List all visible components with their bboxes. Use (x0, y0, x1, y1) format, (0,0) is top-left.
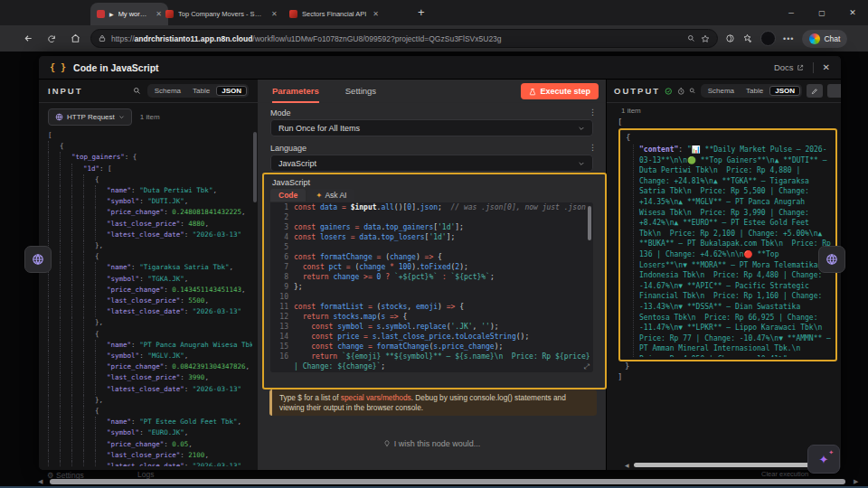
execute-step-button[interactable]: Execute step (521, 83, 599, 99)
sparkle-icon-small: ✦ (828, 449, 834, 456)
page-horizontal-scrollbar[interactable] (50, 479, 845, 484)
modal-close-icon[interactable]: ✕ (823, 62, 830, 72)
output-title: OUTPUT (614, 86, 660, 96)
tab-settings[interactable]: Settings (345, 86, 376, 96)
input-source-node-select[interactable]: HTTP Request (48, 108, 132, 126)
chevron-down-icon (578, 160, 585, 167)
json-line: "latest_close_date": "2026-03-13" (48, 384, 252, 395)
code-line: 16 return `${emoji} **${symbol}** — ${s.… (270, 352, 593, 371)
input-tab-table[interactable]: Table (187, 86, 215, 96)
output-tab-table[interactable]: Table (741, 86, 769, 96)
json-line: { (48, 406, 252, 417)
home-icon[interactable] (63, 33, 87, 43)
json-line: "last_close_price": 3990, (48, 372, 252, 383)
tab-close-icon[interactable]: ✕ (271, 10, 278, 18)
ai-assistant-button[interactable]: ✦ ✦ (807, 445, 840, 474)
json-line: "latest_close_date": "2026-03-13" (48, 306, 252, 317)
input-scrollbar[interactable] (253, 132, 257, 202)
code-editor-tabs: Code ✦Ask AI (270, 189, 354, 202)
refresh-icon[interactable] (40, 34, 63, 43)
tab-parameters[interactable]: Parameters (272, 80, 319, 103)
output-extra-button[interactable] (827, 84, 841, 98)
page-hscroll-right-arrow[interactable]: ▶ (854, 478, 858, 485)
browser-tab-workflow[interactable]: ▶ My workflow 3 - n8n ✕ (90, 3, 168, 25)
edit-output-button[interactable] (807, 84, 823, 98)
tab-title: My workflow 3 - n8n (118, 10, 150, 18)
json-line: "symbol": "DUTI.JK", (48, 196, 252, 207)
language-options-icon[interactable]: ⋮ (589, 143, 597, 152)
json-open-brace: { (626, 133, 630, 142)
json-line: }, (48, 395, 252, 406)
code-line: 6const formatChange = (change) => { (270, 252, 593, 262)
json-line: "name": "PT Panca Anugrah Wisesa Tbk", (48, 340, 252, 351)
copilot-chat-button[interactable]: Chat (802, 30, 847, 48)
browser-tab-sectors-movers[interactable]: Top Company Movers - Sectors Fi ✕ (159, 3, 291, 25)
collections-icon[interactable] (742, 33, 752, 43)
input-panel: INPUT Schema Table JSON HTTP Request 1 i… (39, 80, 259, 470)
execute-step-label: Execute step (540, 87, 590, 96)
input-connector-node[interactable] (24, 246, 52, 273)
json-line: }, (48, 240, 252, 251)
tab-close-icon[interactable]: ✕ (373, 10, 379, 18)
docs-link[interactable]: Docs (774, 62, 804, 72)
json-line: { (48, 251, 252, 262)
mode-options-icon[interactable]: ⋮ (589, 108, 597, 117)
json-line: "price_change": 0.143451143451143, (48, 285, 252, 296)
output-tab-json[interactable]: JSON (769, 86, 800, 96)
input-source-row: HTTP Request 1 item (48, 108, 160, 126)
output-horizontal-scrollbar[interactable] (634, 463, 815, 467)
more-menu-icon[interactable]: ••• (783, 34, 794, 43)
input-tab-schema[interactable]: Schema (149, 86, 186, 96)
json-line: "last_close_price": 2100, (48, 450, 252, 461)
editor-scrollbar[interactable] (588, 206, 591, 240)
sectors-favicon (165, 10, 174, 18)
code-line: 8 return change >= 0 ? `+${pct}%` : `${p… (270, 272, 593, 282)
node-details-modal: { } Code in JavaScript Docs ✕ INPUT Sche… (39, 56, 841, 470)
search-in-page-icon[interactable] (687, 34, 695, 42)
execution-time-icon (677, 87, 685, 96)
code-line: 14 const price = s.last_close_price.toLo… (270, 332, 593, 342)
close-button[interactable]: ✕ (837, 0, 868, 25)
tab-code[interactable]: Code (270, 189, 306, 202)
minimize-button[interactable]: ─ (776, 0, 807, 25)
profile-avatar[interactable] (760, 31, 776, 46)
code-line: 7 const pct = (change * 100).toFixed(2); (270, 262, 593, 272)
output-search-icon[interactable] (689, 87, 696, 95)
tab-ask-ai[interactable]: ✦Ask AI (307, 189, 354, 202)
logs-panel-label[interactable]: Logs (137, 470, 154, 479)
expand-editor-icon[interactable]: ⤢ (584, 362, 590, 371)
external-link-icon (797, 64, 804, 71)
favorite-star-icon[interactable] (701, 34, 710, 43)
clear-execution-button[interactable]: Clear execution (761, 470, 808, 478)
hscroll-left-arrow[interactable]: ◀ (625, 462, 629, 468)
mode-select[interactable]: Run Once for All Items (270, 119, 593, 136)
browser-tab-sectors-api[interactable]: Sectors Financial API ✕ (283, 3, 415, 25)
tab-title: Sectors Financial API (302, 10, 366, 18)
input-json-view[interactable]: [{"top_gainers": {"1d": [{"name": "Duta … (48, 130, 252, 466)
parameters-header: Parameters Settings Execute step (258, 80, 606, 103)
input-tab-json[interactable]: JSON (216, 86, 247, 96)
new-tab-button[interactable]: + (418, 5, 425, 19)
special-vars-link[interactable]: special vars/methods (341, 393, 411, 402)
node-feedback-prompt[interactable]: I wish this node would... (258, 439, 606, 448)
input-search-icon[interactable] (133, 87, 141, 95)
json-line: }, (48, 317, 252, 328)
output-json-content[interactable]: "content": "📊 **Daily Market Pulse — 202… (633, 145, 831, 357)
maximize-button[interactable]: ▢ (807, 0, 837, 25)
language-select[interactable]: JavaScript (270, 155, 593, 172)
page-hscroll-left-arrow[interactable]: ◀ (38, 478, 42, 485)
language-value: JavaScript (278, 159, 578, 168)
json-line: "last_close_price": 4880, (48, 219, 252, 230)
output-tab-schema[interactable]: Schema (703, 86, 740, 96)
address-bar[interactable]: https://andrchristianto11.app.n8n.cloud/… (90, 29, 718, 48)
window-controls: ─ ▢ ✕ (776, 0, 868, 25)
sparkle-icon: ✦ (819, 454, 829, 465)
back-icon[interactable] (16, 33, 40, 43)
output-connector-node[interactable] (818, 246, 845, 273)
code-editor[interactable]: 1const data = $input.all()[0].json; // w… (270, 202, 593, 372)
divider (813, 62, 814, 73)
json-line: "symbol": "TGKA.JK", (48, 274, 252, 285)
browser-essentials-icon[interactable] (725, 33, 735, 43)
globe-icon (32, 253, 44, 266)
source-node-label: HTTP Request (67, 113, 115, 121)
